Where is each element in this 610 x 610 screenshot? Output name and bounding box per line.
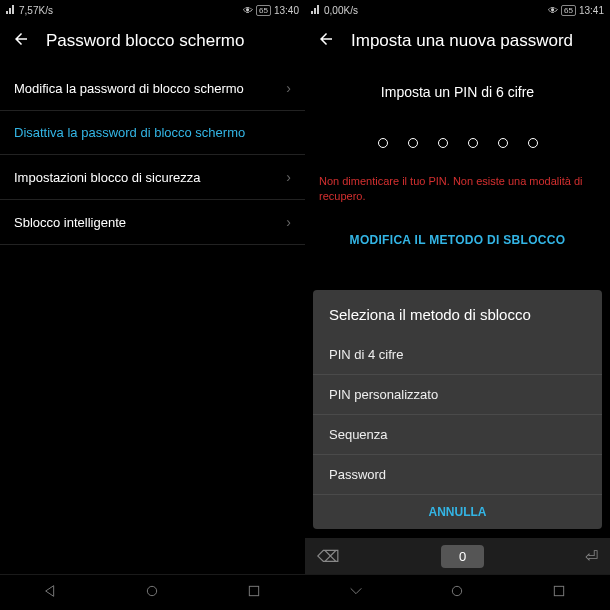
screen-right: 0,00K/s 👁 65 13:41 Imposta una nuova pas… — [305, 0, 610, 610]
network-speed: 7,57K/s — [19, 5, 53, 16]
item-label: Disattiva la password di blocco schermo — [14, 125, 245, 140]
screen-left: 7,57K/s 👁 65 13:40 Password blocco scher… — [0, 0, 305, 610]
chevron-right-icon: › — [286, 80, 291, 96]
network-speed: 0,00K/s — [324, 5, 358, 16]
item-label: Modifica la password di blocco schermo — [14, 81, 244, 96]
item-lock-settings[interactable]: Impostazioni blocco di sicurezza › — [0, 155, 305, 200]
header: Imposta una nuova password — [305, 20, 610, 66]
page-title: Imposta una nuova password — [351, 31, 573, 51]
nav-bar — [0, 574, 305, 610]
item-smart-unlock[interactable]: Sblocco intelligente › — [0, 200, 305, 245]
item-label: Impostazioni blocco di sicurezza — [14, 170, 200, 185]
item-label: Sblocco intelligente — [14, 215, 126, 230]
keyboard-row: ⌫ 0 ⏎ — [305, 538, 610, 574]
nav-home-icon[interactable] — [449, 583, 465, 603]
svg-rect-1 — [249, 586, 258, 595]
signal-icon — [6, 4, 16, 16]
pin-dot — [408, 138, 418, 148]
option-pattern[interactable]: Sequenza — [313, 415, 602, 455]
key-zero[interactable]: 0 — [441, 545, 484, 568]
back-icon[interactable] — [317, 30, 335, 52]
svg-point-2 — [453, 586, 462, 595]
pin-dot — [378, 138, 388, 148]
page-title: Password blocco schermo — [46, 31, 244, 51]
nav-recent-icon[interactable] — [551, 583, 567, 603]
nav-home-icon[interactable] — [144, 583, 160, 603]
cancel-button[interactable]: ANNULLA — [313, 495, 602, 523]
nav-down-icon[interactable] — [348, 583, 364, 603]
battery-level: 65 — [561, 5, 576, 16]
pin-dots — [305, 138, 610, 148]
eye-icon: 👁 — [548, 5, 558, 16]
pin-dot — [468, 138, 478, 148]
svg-point-0 — [148, 586, 157, 595]
pin-dot — [498, 138, 508, 148]
signal-icon — [311, 4, 321, 16]
nav-recent-icon[interactable] — [246, 583, 262, 603]
item-modify-password[interactable]: Modifica la password di blocco schermo › — [0, 66, 305, 111]
chevron-right-icon: › — [286, 214, 291, 230]
svg-rect-3 — [554, 586, 563, 595]
back-icon[interactable] — [12, 30, 30, 52]
nav-back-icon[interactable] — [43, 583, 59, 603]
clock: 13:40 — [274, 5, 299, 16]
battery-level: 65 — [256, 5, 271, 16]
pin-instruction: Imposta un PIN di 6 cifre — [305, 84, 610, 100]
enter-icon[interactable]: ⏎ — [585, 547, 598, 566]
warning-text: Non dimenticare il tuo PIN. Non esiste u… — [305, 174, 610, 205]
chevron-right-icon: › — [286, 169, 291, 185]
status-bar: 7,57K/s 👁 65 13:40 — [0, 0, 305, 20]
pin-dot — [528, 138, 538, 148]
backspace-icon[interactable]: ⌫ — [317, 547, 340, 566]
header: Password blocco schermo — [0, 20, 305, 66]
nav-bar — [305, 574, 610, 610]
pin-setup: Imposta un PIN di 6 cifre — [305, 66, 610, 174]
eye-icon: 👁 — [243, 5, 253, 16]
status-bar: 0,00K/s 👁 65 13:41 — [305, 0, 610, 20]
unlock-method-dialog: Seleziona il metodo di sblocco PIN di 4 … — [313, 290, 602, 529]
option-password[interactable]: Password — [313, 455, 602, 495]
option-pin-custom[interactable]: PIN personalizzato — [313, 375, 602, 415]
item-disable-password[interactable]: Disattiva la password di blocco schermo — [0, 111, 305, 155]
option-pin-4[interactable]: PIN di 4 cifre — [313, 335, 602, 375]
clock: 13:41 — [579, 5, 604, 16]
pin-dot — [438, 138, 448, 148]
dialog-title: Seleziona il metodo di sblocco — [313, 290, 602, 335]
change-unlock-method-button[interactable]: MODIFICA IL METODO DI SBLOCCO — [305, 233, 610, 247]
